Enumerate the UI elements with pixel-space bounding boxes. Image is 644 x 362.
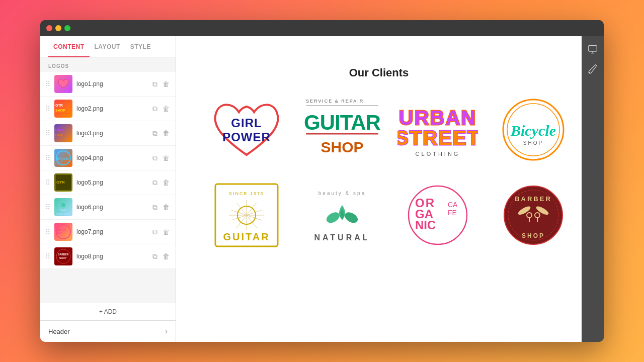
sidebar-footer[interactable]: Header › <box>40 320 176 342</box>
logo-actions: ⧉ 🗑 <box>151 202 171 213</box>
svg-text:beauty & spa: beauty & spa <box>318 191 366 196</box>
logo-filename: logo3.png <box>76 130 147 137</box>
svg-text:NI C: NI C <box>57 232 62 235</box>
delete-logo-button[interactable]: 🗑 <box>162 79 171 89</box>
logo-actions: ⧉ 🗑 <box>151 128 171 139</box>
vintage-guitar-logo: SINCE 1970 GUITAR <box>211 180 282 250</box>
svg-text:OR GA: OR GA <box>57 228 66 231</box>
delete-logo-button[interactable]: 🗑 <box>162 227 171 237</box>
copy-logo-button[interactable]: ⧉ <box>151 227 158 237</box>
svg-text:SHOP: SHOP <box>523 140 543 146</box>
list-item[interactable]: ⠿ Bicycle logo4.png ⧉ 🗑 <box>40 146 176 170</box>
svg-text:SHOP: SHOP <box>55 109 65 112</box>
drag-handle-icon: ⠿ <box>45 129 50 137</box>
list-item[interactable]: ⠿ BARBER SHOP logo8.png ⧉ 🗑 <box>40 244 176 269</box>
logo-actions: ⧉ 🗑 <box>151 177 171 188</box>
svg-text:POWER: POWER <box>222 130 271 144</box>
svg-text:Bicycle: Bicycle <box>510 122 556 139</box>
svg-text:SHOP: SHOP <box>522 232 545 239</box>
delete-logo-button[interactable]: 🗑 <box>162 104 171 114</box>
list-item[interactable]: ⠿ GTR logo5.png ⧉ 🗑 <box>40 170 176 195</box>
list-item[interactable]: ⠿ URB STR logo3.png ⧉ 🗑 <box>40 121 176 146</box>
add-logo-button[interactable]: + ADD <box>40 303 176 320</box>
natural-beauty-logo: beauty & spa NATURAL <box>302 180 382 250</box>
drag-handle-icon: ⠿ <box>45 178 50 187</box>
app-window: CONTENT LAYOUT STYLE LOGOS ⠿ logo1.png <box>40 20 604 342</box>
copy-logo-button[interactable]: ⧉ <box>151 251 158 262</box>
main-content: Our Clients GIRL POWER SERVIC <box>176 36 582 342</box>
svg-point-42 <box>343 210 359 225</box>
svg-text:SERVICE & REPAIR: SERVICE & REPAIR <box>306 99 364 104</box>
logo-filename: logo5.png <box>76 179 147 186</box>
svg-text:URBAN: URBAN <box>399 107 476 129</box>
logo-thumbnail: GTR SHOP <box>54 100 72 118</box>
barber-shop-logo: BARBER SHOP <box>498 180 569 250</box>
svg-text:URB: URB <box>55 128 63 132</box>
logo-actions: ⧉ 🗑 <box>151 251 171 262</box>
list-item[interactable]: ⠿ GTR SHOP logo2.png ⧉ 🗑 <box>40 97 176 121</box>
svg-point-41 <box>325 210 341 225</box>
logo-thumbnail <box>54 75 72 93</box>
delete-logo-button[interactable]: 🗑 <box>162 153 171 163</box>
svg-text:CLOTHING: CLOTHING <box>416 151 460 157</box>
svg-point-63 <box>589 72 590 73</box>
svg-text:GIRL: GIRL <box>231 116 262 130</box>
list-item[interactable]: ⠿ NATURAL logo6.png ⧉ 🗑 <box>40 195 176 220</box>
svg-text:SHOP: SHOP <box>59 256 67 259</box>
drag-handle-icon: ⠿ <box>45 154 50 162</box>
logo-actions: ⧉ 🗑 <box>151 104 171 114</box>
tab-content[interactable]: CONTENT <box>48 36 90 57</box>
sidebar-tabs: CONTENT LAYOUT STYLE <box>40 36 176 57</box>
delete-logo-button[interactable]: 🗑 <box>162 177 171 188</box>
svg-text:GUITAR: GUITAR <box>223 231 270 242</box>
svg-text:SINCE 1970: SINCE 1970 <box>229 191 264 196</box>
logo-cell-6: beauty & spa NATURAL <box>302 180 382 250</box>
copy-logo-button[interactable]: ⧉ <box>151 128 158 139</box>
traffic-lights <box>46 25 70 31</box>
logo-filename: logo6.png <box>76 204 147 211</box>
logo-filename: logo1.png <box>76 80 147 87</box>
copy-logo-button[interactable]: ⧉ <box>151 177 158 188</box>
logo-actions: ⧉ 🗑 <box>151 153 171 163</box>
logo-cell-8: BARBER SHOP <box>493 180 574 250</box>
delete-logo-button[interactable]: 🗑 <box>162 202 171 213</box>
copy-logo-button[interactable]: ⧉ <box>151 202 158 213</box>
monitor-button[interactable] <box>584 40 602 58</box>
logo-filename: logo7.png <box>76 228 147 235</box>
copy-logo-button[interactable]: ⧉ <box>151 104 158 114</box>
svg-text:GTR: GTR <box>56 180 65 185</box>
svg-rect-60 <box>589 46 597 52</box>
drag-handle-icon: ⠿ <box>45 80 50 88</box>
tab-style[interactable]: STYLE <box>125 36 156 57</box>
copy-logo-button[interactable]: ⧉ <box>151 79 158 89</box>
svg-text:GUITAR: GUITAR <box>304 111 381 134</box>
logo-cell-4: Bicycle SHOP <box>493 95 574 165</box>
delete-logo-button[interactable]: 🗑 <box>162 128 171 139</box>
close-button[interactable] <box>46 25 52 31</box>
svg-text:CA: CA <box>448 201 458 209</box>
minimize-button[interactable] <box>55 25 61 31</box>
organic-cafe-logo: OR CA FE GA NIC <box>403 180 473 250</box>
tab-layout[interactable]: LAYOUT <box>90 36 125 57</box>
logo-thumbnail: URB STR <box>54 124 72 142</box>
girl-power-logo: GIRL POWER <box>206 95 287 165</box>
copy-logo-button[interactable]: ⧉ <box>151 153 158 163</box>
list-item[interactable]: ⠿ OR GA NI C logo7.png ⧉ 🗑 <box>40 220 176 244</box>
logo-cell-5: SINCE 1970 GUITAR <box>206 180 287 250</box>
maximize-button[interactable] <box>64 25 70 31</box>
drag-handle-icon: ⠿ <box>45 228 50 236</box>
svg-text:NATURAL: NATURAL <box>56 213 71 216</box>
logo-cell-3: URBAN STREET CLOTHING <box>397 95 478 165</box>
logo-actions: ⧉ 🗑 <box>151 227 171 237</box>
guitar-shop-logo: SERVICE & REPAIR GUITAR SHOP <box>302 95 382 165</box>
svg-text:GTR: GTR <box>55 104 63 107</box>
logo-cell-1: GIRL POWER <box>206 95 287 165</box>
delete-logo-button[interactable]: 🗑 <box>162 251 171 262</box>
svg-point-8 <box>61 203 65 207</box>
logo-actions: ⧉ 🗑 <box>151 79 171 89</box>
title-bar <box>40 20 604 36</box>
urban-street-logo: URBAN STREET CLOTHING <box>397 95 478 165</box>
paint-button[interactable] <box>584 60 602 78</box>
drag-handle-icon: ⠿ <box>45 105 50 113</box>
list-item[interactable]: ⠿ logo1.png ⧉ 🗑 <box>40 72 176 97</box>
